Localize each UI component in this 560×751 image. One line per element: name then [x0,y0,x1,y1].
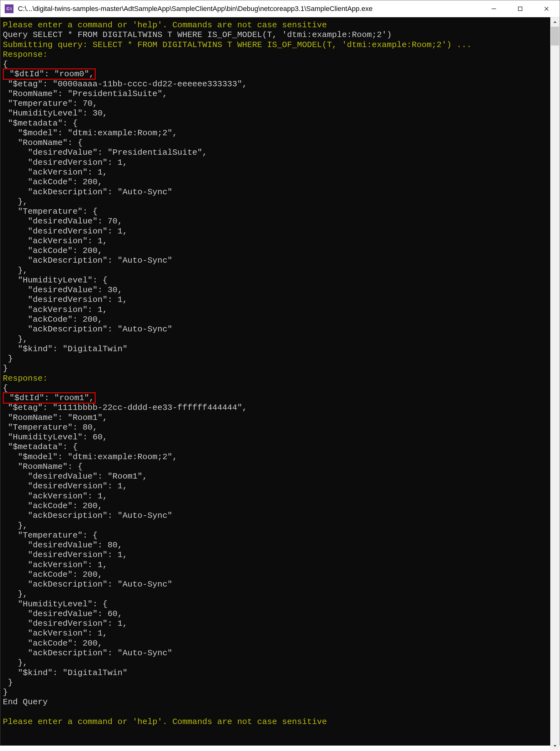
svg-marker-5 [554,745,557,746]
json-line: "ackVersion": 1, [3,305,107,314]
json-line: "$etag": "0000aaaa-11bb-cccc-dd22-eeeeee… [3,79,247,89]
svg-marker-4 [554,21,557,23]
json-line: "Temperature": { [3,531,98,540]
console-app-icon: C:\ [5,4,14,13]
json-line: "ackVersion": 1, [3,236,107,246]
json-line: "ackDescription": "Auto-Sync" [3,325,173,334]
json-line: }, [3,197,28,207]
json-line: "desiredValue": 70, [3,216,123,226]
json-line: "$model": "dtmi:example:Room;2", [3,452,178,462]
json-line: }, [3,521,28,531]
vertical-scrollbar[interactable] [550,17,560,746]
window-title: C:\...\digital-twins-samples-master\AdtS… [18,5,481,13]
json-line: "RoomName": { [3,462,82,471]
json-line: "desiredVersion": 1, [3,481,127,491]
json-line: "desiredValue": 60, [3,609,123,619]
response-label: Response: [3,50,48,59]
json-brace: { [3,384,8,393]
json-line: "ackDescription": "Auto-Sync" [3,580,173,589]
json-line: }, [3,590,28,599]
json-line: "ackVersion": 1, [3,629,107,638]
json-line: "HumidityLevel": 30, [3,109,107,118]
json-line: "desiredVersion": 1, [3,619,127,628]
window-controls [481,0,560,17]
json-line: "ackDescription": "Auto-Sync" [3,511,173,520]
json-line: "ackCode": 200, [3,177,102,187]
json-line: "RoomName": "PresidentialSuite", [3,89,167,99]
json-line: "ackDescription": "Auto-Sync" [3,256,173,265]
console-output[interactable]: Please enter a command or 'help'. Comman… [0,17,560,745]
json-line: "$metadata": { [3,119,78,128]
json-line: "$metadata": { [3,442,78,451]
json-line: "$kind": "DigitalTwin" [3,668,127,678]
json-line: "Temperature": { [3,207,98,216]
app-window: C:\ C:\...\digital-twins-samples-master\… [0,0,560,746]
json-line: "HumidityLevel": 60, [3,432,107,442]
json-line: "ackCode": 200, [3,501,102,511]
json-line: "ackCode": 200, [3,570,102,579]
json-line: "$kind": "DigitalTwin" [3,344,127,354]
json-line: "ackDescription": "Auto-Sync" [3,187,173,197]
json-line: "ackVersion": 1, [3,168,107,177]
scroll-up-arrow-icon[interactable] [550,17,560,27]
json-line: } [3,678,13,687]
json-line: "desiredVersion": 1, [3,158,127,167]
submitting-line: Submitting query: SELECT * FROM DIGITALT… [3,40,472,50]
dtid-highlight-room1: "$dtId": "room1", [3,392,96,404]
json-line: "ackVersion": 1, [3,560,107,570]
json-line: "HumidityLevel": { [3,275,107,285]
prompt-line: Please enter a command or 'help'. Comman… [3,20,327,30]
json-line: "desiredVersion": 1, [3,295,127,304]
end-query: End Query [3,697,48,707]
close-button[interactable] [533,0,560,17]
json-line: "Temperature": 80, [3,423,98,432]
query-echo: Query SELECT * FROM DIGITALTWINS T WHERE… [3,30,392,40]
json-line: "desiredValue": "PresidentialSuite", [3,148,207,157]
json-line: } [3,354,13,363]
scrollbar-thumb[interactable] [551,27,559,45]
json-line: "ackCode": 200, [3,246,102,255]
json-brace: } [3,364,8,373]
json-line: "ackCode": 200, [3,315,102,324]
json-line: "desiredVersion": 1, [3,550,127,560]
titlebar[interactable]: C:\ C:\...\digital-twins-samples-master\… [0,0,560,17]
json-line: "$model": "dtmi:example:Room;2", [3,128,178,138]
json-line: "RoomName": { [3,138,82,148]
json-line: "Temperature": 70, [3,99,98,108]
json-line: "desiredValue": "Room1", [3,472,147,481]
maximize-button[interactable] [507,0,533,17]
prompt-line: Please enter a command or 'help'. Comman… [3,717,327,727]
json-brace: { [3,60,8,69]
json-line: "ackVersion": 1, [3,492,107,501]
json-line: "RoomName": "Room1", [3,413,107,422]
response-label: Response: [3,374,48,383]
json-line: "ackDescription": "Auto-Sync" [3,648,173,658]
scroll-down-arrow-icon[interactable] [550,741,560,746]
json-line: }, [3,658,28,668]
json-line: "desiredValue": 30, [3,285,123,295]
dtid-highlight-room0: "$dtId": "room0", [3,69,96,80]
json-line: }, [3,334,28,344]
json-line: "HumidityLevel": { [3,599,107,609]
svg-rect-1 [518,7,522,11]
json-line: }, [3,266,28,275]
json-line: "desiredVersion": 1, [3,227,127,236]
json-line: "ackCode": 200, [3,639,102,648]
json-line: "desiredValue": 80, [3,540,123,550]
json-brace: } [3,688,8,697]
json-line: "$etag": "1111bbbb-22cc-dddd-ee33-ffffff… [3,403,247,412]
minimize-button[interactable] [481,0,507,17]
